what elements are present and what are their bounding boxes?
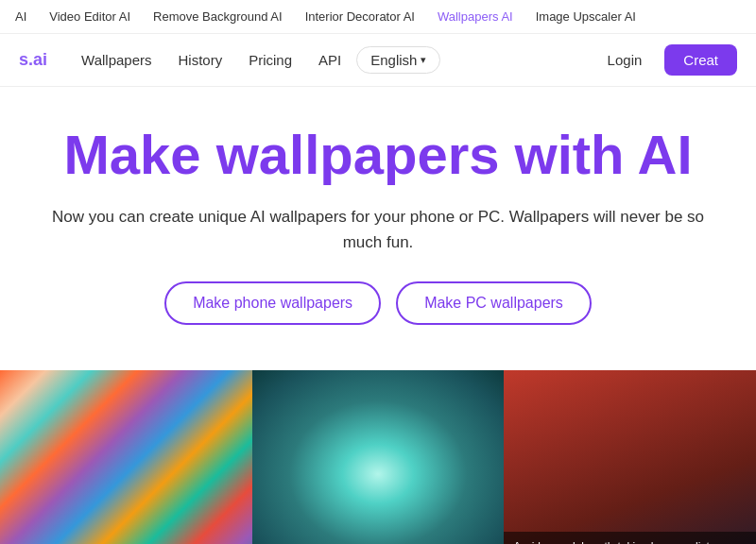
hero-title: Make wallpapers with AI xyxy=(19,125,737,185)
remove-bg-link[interactable]: Remove Background AI xyxy=(153,9,283,24)
create-button[interactable]: Creat xyxy=(664,44,737,76)
top-bar-links: AI Video Editor AI Remove Background AI … xyxy=(15,9,636,24)
main-nav: s.ai Wallpapers History Pricing API Engl… xyxy=(0,34,756,87)
gallery-item-1[interactable] xyxy=(0,370,252,544)
wallpapers-ai-link[interactable]: Wallpapers AI xyxy=(438,9,513,24)
gallery-image-3 xyxy=(504,370,756,544)
interior-decorator-link[interactable]: Interior Decorator AI xyxy=(305,9,415,24)
pricing-nav-link[interactable]: Pricing xyxy=(237,46,303,74)
top-bar: AI Video Editor AI Remove Background AI … xyxy=(0,0,756,34)
gallery-caption-3: A wide-eyed, breath-taking hyperrealist … xyxy=(504,532,756,544)
nav-logo[interactable]: s.ai xyxy=(19,50,47,70)
hero-section: Make wallpapers with AI Now you can crea… xyxy=(0,87,756,348)
api-nav-link[interactable]: API xyxy=(307,46,352,74)
nav-links: Wallpapers History Pricing API English xyxy=(70,46,585,74)
gallery: A wide-eyed, breath-taking hyperrealist … xyxy=(0,370,756,544)
image-upscaler-link[interactable]: Image Upscaler AI xyxy=(536,9,636,24)
make-pc-wallpapers-button[interactable]: Make PC wallpapers xyxy=(396,281,592,325)
gallery-item-2[interactable] xyxy=(252,370,505,544)
history-nav-link[interactable]: History xyxy=(167,46,234,74)
hero-subtitle: Now you can create unique AI wallpapers … xyxy=(47,204,709,255)
video-editor-link[interactable]: Video Editor AI xyxy=(49,9,130,24)
hero-buttons: Make phone wallpapers Make PC wallpapers xyxy=(19,281,737,325)
wallpapers-nav-link[interactable]: Wallpapers xyxy=(70,46,163,74)
login-button[interactable]: Login xyxy=(593,46,658,74)
gallery-image-2 xyxy=(252,370,505,544)
gallery-item-3[interactable]: A wide-eyed, breath-taking hyperrealist … xyxy=(504,370,756,544)
gallery-image-1 xyxy=(0,370,252,544)
language-selector[interactable]: English xyxy=(356,46,440,74)
make-phone-wallpapers-button[interactable]: Make phone wallpapers xyxy=(164,281,381,325)
ai-link[interactable]: AI xyxy=(15,9,26,24)
